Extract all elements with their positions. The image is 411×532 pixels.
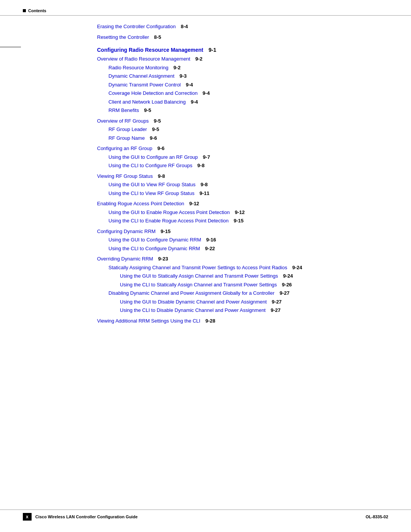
toc-link-gui-drrm[interactable]: Using the GUI to Configure Dynamic RRM	[108, 236, 201, 244]
toc-entry-rrm-benefits: RRM Benefits 9-5	[23, 107, 388, 114]
toc-entry-cli-static-assign: Using the CLI to Statically Assign Chann…	[23, 281, 388, 289]
toc-entry-cli-config-rf: Using the CLI to Configure RF Groups 9-8	[23, 162, 388, 169]
toc-link-gui-config-rf[interactable]: Using the GUI to Configure an RF Group	[108, 153, 198, 161]
bottom-border	[0, 510, 411, 510]
toc-link-rogue[interactable]: Enabling Rogue Access Point Detection	[97, 200, 184, 208]
toc-page-rrm: 9-2	[171, 64, 181, 72]
toc-page-dtpc: 9-4	[183, 81, 193, 89]
toc-link-disable-dca[interactable]: Disabling Dynamic Channel and Power Assi…	[108, 289, 274, 297]
toc-entry-cli-drrm: Using the CLI to Configure Dynamic RRM 9…	[23, 245, 388, 252]
top-border	[0, 15, 411, 16]
toc-entry-view-rf: Viewing RF Group Status 9-8	[23, 173, 388, 180]
toc-page-cli-config-rf: 9-8	[194, 162, 204, 169]
toc-link-cli-config-rf[interactable]: Using the CLI to Configure RF Groups	[108, 162, 192, 169]
toc-entry-gui-config-rf: Using the GUI to Configure an RF Group 9…	[23, 153, 388, 161]
toc-page-view-rrm: 9-28	[202, 317, 215, 325]
toc-link-overview-rrm[interactable]: Overview of Radio Resource Management	[97, 55, 190, 63]
toc-link-view-rrm[interactable]: Viewing Additional RRM Settings Using th…	[97, 317, 200, 325]
toc-link-view-rf[interactable]: Viewing RF Group Status	[97, 173, 153, 180]
footer-x-label: x	[23, 513, 32, 521]
toc-link-dtpc[interactable]: Dynamic Transmit Power Control	[108, 81, 181, 89]
toc-entry-reset: Resetting the Controller 8-5	[23, 34, 388, 41]
toc-page-cli-static-assign: 9-26	[279, 281, 292, 289]
toc-link-reset[interactable]: Resetting the Controller	[97, 34, 149, 41]
toc-entry-rrm: Radio Resource Monitoring 9-2	[23, 64, 388, 72]
header-square-icon	[23, 9, 26, 12]
toc-link-rf-name[interactable]: RF Group Name	[108, 134, 145, 142]
toc-entry-cli-view-rf: Using the CLI to View RF Group Status 9-…	[23, 190, 388, 197]
toc-page-dca: 9-3	[177, 72, 186, 80]
toc-entry-drrm: Configuring Dynamic RRM 9-15	[23, 228, 388, 235]
toc-page-cli-drrm: 9-22	[202, 245, 215, 252]
toc-link-gui-disable-dca[interactable]: Using the GUI to Disable Dynamic Channel…	[120, 298, 267, 306]
toc-link-gui-rogue[interactable]: Using the GUI to Enable Rogue Access Poi…	[108, 209, 230, 216]
toc-link-rrm-benefits[interactable]: RRM Benefits	[108, 107, 139, 114]
toc-page-gui-view-rf: 9-8	[198, 181, 208, 189]
toc-page-view-rf: 9-8	[155, 173, 165, 180]
footer-title: Cisco Wireless LAN Controller Configurat…	[35, 514, 138, 519]
toc-entry-rogue: Enabling Rogue Access Point Detection 9-…	[23, 200, 388, 208]
toc-entry-gui-disable-dca: Using the GUI to Disable Dynamic Channel…	[23, 298, 388, 306]
toc-link-gui-static-assign[interactable]: Using the GUI to Statically Assign Chann…	[120, 272, 278, 280]
toc-link-rf-leader[interactable]: RF Group Leader	[108, 126, 147, 133]
chapter-title-page: 9-1	[206, 46, 216, 54]
toc-link-dca[interactable]: Dynamic Channel Assignment	[108, 72, 174, 80]
toc-page-rogue: 9-12	[186, 200, 199, 208]
toc-page-gui-static-assign: 9-24	[280, 272, 293, 280]
footer-doc-number: OL-8335-02	[366, 514, 388, 519]
toc-page-reset: 8-5	[151, 34, 161, 41]
toc-page-cli-rogue: 9-15	[231, 217, 244, 225]
toc-link-static-assign[interactable]: Statically Assigning Channel and Transmi…	[108, 264, 287, 272]
toc-page-chdc: 9-4	[200, 89, 210, 97]
toc-page-cli-disable-dca: 9-27	[268, 307, 280, 314]
toc-page-rrm-benefits: 9-5	[141, 107, 151, 114]
toc-page-rf-leader: 9-5	[149, 126, 159, 133]
toc-entry-overview-rf: Overview of RF Groups 9-5	[23, 117, 388, 125]
toc-page-gui-config-rf: 9-7	[200, 153, 210, 161]
toc-link-cli-drrm[interactable]: Using the CLI to Configure Dynamic RRM	[108, 245, 200, 252]
toc-link-config-rf[interactable]: Configuring an RF Group	[97, 145, 152, 152]
toc-entry-cli-disable-dca: Using the CLI to Disable Dynamic Channel…	[23, 307, 388, 314]
toc-entry-gui-static-assign: Using the GUI to Statically Assign Chann…	[23, 272, 388, 280]
toc-link-chdc[interactable]: Coverage Hole Detection and Correction	[108, 89, 198, 97]
toc-entry-rf-name: RF Group Name 9-6	[23, 134, 388, 142]
toc-link-rrm[interactable]: Radio Resource Monitoring	[108, 64, 169, 72]
toc-page-gui-drrm: 9-16	[203, 236, 216, 244]
toc-entry-gui-rogue: Using the GUI to Enable Rogue Access Poi…	[23, 209, 388, 216]
toc-link-cli-view-rf[interactable]: Using the CLI to View RF Group Status	[108, 190, 194, 197]
toc-link-cli-static-assign[interactable]: Using the CLI to Statically Assign Chann…	[120, 281, 277, 289]
toc-page-overview-rrm: 9-2	[193, 55, 202, 63]
toc-page-gui-disable-dca: 9-27	[269, 298, 282, 306]
toc-link-drrm[interactable]: Configuring Dynamic RRM	[97, 228, 156, 235]
toc-entry-rf-leader: RF Group Leader 9-5	[23, 126, 388, 133]
toc-entry-gui-view-rf: Using the GUI to View RF Group Status 9-…	[23, 181, 388, 189]
toc-entry-disable-dca: Disabling Dynamic Channel and Power Assi…	[23, 289, 388, 297]
toc-entry-override: Overriding Dynamic RRM 9-23	[23, 255, 388, 263]
toc-link-erase[interactable]: Erasing the Controller Configuration	[97, 23, 176, 30]
toc-page-override: 9-23	[155, 255, 168, 263]
toc-entry-gui-drrm: Using the GUI to Configure Dynamic RRM 9…	[23, 236, 388, 244]
toc-entry-config-rf: Configuring an RF Group 9-6	[23, 145, 388, 152]
toc-link-cnlb[interactable]: Client and Network Load Balancing	[108, 98, 186, 106]
toc-link-cli-disable-dca[interactable]: Using the CLI to Disable Dynamic Channel…	[120, 307, 266, 314]
toc-page-erase: 8-4	[178, 23, 188, 30]
toc-link-overview-rf[interactable]: Overview of RF Groups	[97, 117, 149, 125]
toc-entry-cnlb: Client and Network Load Balancing 9-4	[23, 98, 388, 106]
toc-link-gui-view-rf[interactable]: Using the GUI to View RF Group Status	[108, 181, 196, 189]
toc-entry-view-rrm: Viewing Additional RRM Settings Using th…	[23, 317, 388, 325]
toc-page-config-rf: 9-6	[155, 145, 164, 152]
toc-link-override[interactable]: Overriding Dynamic RRM	[97, 255, 153, 263]
toc-page-cli-view-rf: 9-11	[197, 190, 209, 197]
toc-entry-cli-rogue: Using the CLI to Enable Rogue Access Poi…	[23, 217, 388, 225]
toc-page-disable-dca: 9-27	[277, 289, 289, 297]
toc-page-overview-rf: 9-5	[151, 117, 161, 125]
toc-page-rf-name: 9-6	[147, 134, 157, 142]
toc-entry-dca: Dynamic Channel Assignment 9-3	[23, 72, 388, 80]
footer-left: x Cisco Wireless LAN Controller Configur…	[23, 513, 138, 521]
toc-page-cnlb: 9-4	[188, 98, 198, 106]
toc-entry-static-assign: Statically Assigning Channel and Transmi…	[23, 264, 388, 272]
toc-link-cli-rogue[interactable]: Using the CLI to Enable Rogue Access Poi…	[108, 217, 229, 225]
page-footer: x Cisco Wireless LAN Controller Configur…	[0, 513, 411, 521]
chapter-title-link[interactable]: Configuring Radio Resource Management	[97, 46, 203, 54]
page-header: Contents	[23, 8, 46, 13]
